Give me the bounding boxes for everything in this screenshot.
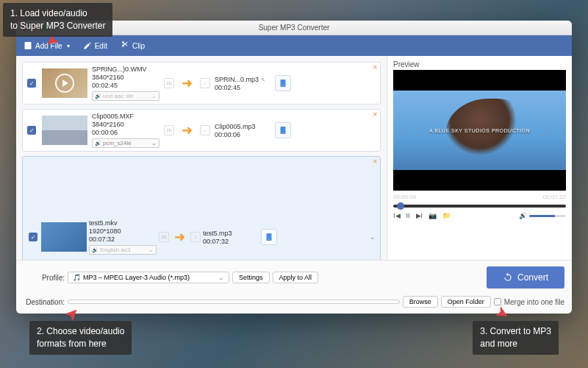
profile-label: Profile: (24, 274, 65, 282)
audio-badge-icon: ♪ (200, 78, 210, 88)
video-badge-icon: 2D (164, 125, 174, 135)
preview-time-current: 00:00:04 (393, 194, 416, 200)
row-action-button[interactable] (275, 75, 291, 91)
preview-video[interactable]: A BLUE SKY STUDIOS PRODUCTION (393, 70, 566, 191)
preview-panel: Preview A BLUE SKY STUDIOS PRODUCTION 00… (387, 56, 572, 260)
file-list: ✓ SPRING...)0.WMV 3840*2160 00:02:45 und… (16, 56, 387, 260)
seek-handle-icon[interactable] (397, 202, 404, 210)
input-resolution: 3840*2160 (92, 121, 159, 128)
rename-icon[interactable]: ✎ (261, 77, 265, 82)
apply-all-button[interactable]: Apply to All (273, 272, 319, 283)
remove-row-icon[interactable]: ✕ (373, 158, 378, 165)
input-resolution: 3840*2160 (92, 74, 159, 81)
profile-select[interactable]: 🎵MP3 – MPEG Layer-3 Audio (*.mp3) (68, 272, 229, 283)
bottom-bar: Profile: 🎵MP3 – MPEG Layer-3 Audio (*.mp… (16, 260, 572, 314)
preview-time-total: 00:07:32 (543, 194, 566, 200)
edit-button[interactable]: Edit (83, 41, 107, 50)
convert-arrow-icon: ➜ (174, 229, 185, 245)
main-toolbar: Add File ▾ Edit Clip (16, 35, 572, 56)
clip-button[interactable]: Clip (121, 41, 145, 50)
pause-button[interactable]: II (406, 212, 410, 219)
output-filename: test5.mp3 (203, 230, 259, 237)
snapshot-button[interactable]: 📷 (429, 212, 437, 219)
video-badge-icon: 2D (164, 78, 174, 88)
row-action-button[interactable] (275, 122, 291, 138)
input-duration: 00:02:45 (92, 82, 159, 89)
input-filename: test5.mkv (89, 219, 157, 227)
volume-slider[interactable] (529, 215, 566, 217)
row-checkbox[interactable]: ✓ (27, 126, 36, 135)
file-row[interactable]: ✓ test5.mkv 1920*1080 00:07:32 English a… (22, 156, 381, 260)
remove-row-icon[interactable]: ✕ (373, 64, 378, 71)
device-icon (279, 126, 287, 135)
output-filename: SPRIN...0.mp3 ✎ (215, 76, 270, 83)
destination-input[interactable] (68, 300, 400, 304)
input-filename: SPRING...)0.WMV (92, 66, 159, 73)
input-resolution: 1920*1080 (89, 227, 157, 235)
input-filename: Clip0005.MXF (92, 113, 159, 120)
audio-track-select[interactable]: English ac3 (89, 245, 157, 255)
audio-track-select[interactable]: und aac ste (92, 91, 159, 101)
open-folder-button[interactable]: Open Folder (441, 296, 491, 308)
audio-badge-icon: ♪ (190, 232, 201, 242)
scissors-icon (121, 41, 129, 50)
convert-button[interactable]: Convert (487, 266, 564, 289)
next-frame-button[interactable]: ▶I (416, 212, 423, 219)
video-badge-icon: 2D (159, 232, 169, 242)
convert-arrow-icon: ➜ (182, 122, 193, 138)
device-icon (279, 79, 287, 88)
preview-seekbar[interactable] (393, 205, 566, 208)
thumbnail[interactable] (42, 116, 87, 145)
row-checkbox[interactable]: ✓ (29, 233, 37, 241)
remove-row-icon[interactable]: ✕ (373, 111, 378, 118)
convert-arrow-icon: ➜ (182, 75, 193, 91)
app-window: Super MP3 Converter Add File ▾ Edit Clip… (16, 21, 572, 314)
thumbnail[interactable] (42, 68, 87, 98)
preview-controls: I◀ II ▶I 📷 📁 🔊 (387, 208, 572, 224)
callout-step1: 1. Load video/audio to Super MP3 Convert… (3, 3, 112, 37)
audio-badge-icon: ♪ (200, 125, 210, 135)
device-icon (265, 233, 273, 241)
file-row[interactable]: ✓ SPRING...)0.WMV 3840*2160 00:02:45 und… (22, 62, 381, 105)
settings-button[interactable]: Settings (232, 272, 270, 283)
audio-track-select[interactable]: pcm_s24le (92, 138, 159, 148)
input-duration: 00:00:06 (92, 129, 159, 136)
file-row[interactable]: ✓ Clip0005.MXF 3840*2160 00:00:06 pcm_s2… (22, 109, 381, 152)
preview-label: Preview (387, 56, 572, 70)
edit-icon (83, 41, 92, 50)
edit-label: Edit (95, 42, 107, 50)
merge-label: Merge into one file (504, 298, 564, 306)
destination-label: Destination: (24, 298, 65, 306)
callout-step2: 2. Choose video/audio formats from here (29, 321, 132, 355)
row-action-button[interactable] (261, 229, 277, 245)
output-duration: 00:00:06 (215, 131, 270, 138)
folder-button[interactable]: 📁 (442, 212, 451, 219)
input-duration: 00:07:32 (89, 236, 157, 243)
preview-overlay-text: A BLUE SKY STUDIOS PRODUCTION (429, 128, 530, 133)
prev-frame-button[interactable]: I◀ (393, 212, 401, 219)
browse-button[interactable]: Browse (403, 296, 438, 308)
clip-label: Clip (132, 42, 145, 50)
row-checkbox[interactable]: ✓ (27, 79, 36, 88)
output-duration: 00:02:45 (215, 84, 270, 91)
thumbnail[interactable] (41, 222, 87, 252)
output-filename: Clip0005.mp3 (215, 123, 270, 130)
volume-icon[interactable]: 🔊 (519, 212, 527, 219)
callout-step3: 3. Convert to MP3 and more (473, 321, 559, 355)
add-file-icon (24, 41, 32, 50)
dropdown-caret-icon: ▾ (67, 43, 70, 49)
refresh-icon (503, 272, 513, 283)
output-duration: 00:07:32 (203, 238, 259, 245)
